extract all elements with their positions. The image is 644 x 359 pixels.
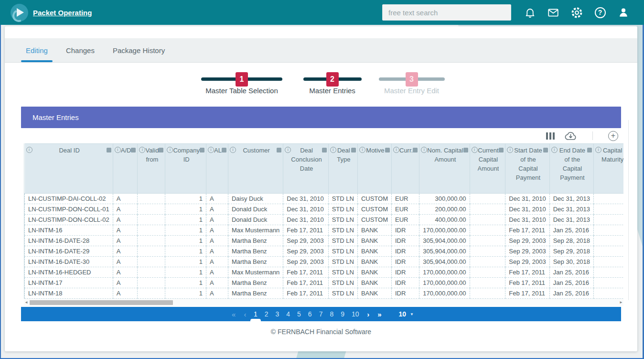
user-icon[interactable] (616, 5, 631, 20)
table-row[interactable]: LN-INTM-16-HEDGEDA1AMax MustermannFeb 17… (25, 267, 624, 278)
column-header-company-id[interactable]: iCompany ID (165, 144, 206, 194)
page-button-8[interactable]: 8 (327, 307, 336, 321)
info-icon[interactable]: i (359, 147, 365, 153)
cell: LN-CUSTIMP-DON-COLL-02 (25, 215, 113, 225)
cell: Dec 31, 2010 (505, 204, 549, 215)
step-1[interactable]: 1Master Table Selection (191, 71, 293, 95)
info-icon[interactable]: i (230, 147, 236, 153)
gear-icon[interactable] (569, 5, 584, 20)
cell: A (206, 215, 228, 225)
step-2[interactable]: 2Master Entries (296, 71, 369, 95)
info-icon[interactable]: i (139, 147, 145, 153)
bell-icon[interactable] (523, 5, 537, 20)
info-icon[interactable]: i (421, 147, 427, 153)
table-row[interactable]: LN-INTM-18A1AMartha BenzFeb 17, 2011STD … (25, 288, 624, 299)
filter-icon[interactable] (107, 148, 111, 152)
filter-icon[interactable] (499, 148, 504, 152)
filter-icon[interactable] (413, 148, 418, 152)
info-icon[interactable]: i (167, 147, 173, 153)
info-icon[interactable]: i (551, 147, 558, 153)
filter-icon[interactable] (222, 148, 226, 152)
column-header-deal-conclusion-date[interactable]: iDeal Conclusion Date (283, 144, 328, 194)
filter-icon[interactable] (159, 148, 163, 152)
filter-icon[interactable] (322, 148, 327, 152)
table-row[interactable]: LN-CUSTIMP-DON-COLL-01A1ADonald DuckDec … (25, 204, 624, 215)
column-header-nom-capital-amount[interactable]: iNom. Capital Amount (419, 144, 470, 194)
page-button-3[interactable]: 3 (273, 307, 282, 321)
tab-editing[interactable]: Editing (26, 38, 48, 62)
page-size-select[interactable]: 10▼ (398, 310, 414, 318)
table-row[interactable]: LN-INTM-17A1AMartha BenzFeb 17, 2011STD … (25, 278, 624, 288)
info-icon[interactable]: i (472, 147, 478, 153)
step-3[interactable]: 3Master Entry Edit (372, 71, 452, 95)
app-title-link[interactable]: Packet Operating (33, 9, 92, 17)
tab-changes[interactable]: Changes (66, 38, 95, 62)
page-button-2[interactable]: 2 (262, 307, 271, 321)
page-button-1[interactable]: 1 (251, 307, 260, 321)
scrollbar-thumb[interactable] (30, 300, 173, 305)
column-header-al[interactable]: iAL (206, 144, 228, 194)
column-header-curr[interactable]: iCurr. (392, 144, 419, 194)
help-icon[interactable]: ? (593, 5, 607, 20)
scroll-right-arrow-icon[interactable]: ► (619, 299, 623, 306)
info-icon[interactable]: i (115, 147, 121, 153)
table-row[interactable]: LN-INTM-16-DATE-28A1AMartha BenzSep 29, … (25, 236, 624, 246)
info-icon[interactable]: i (393, 147, 399, 153)
table-row[interactable]: LN-INTM-16-DATE-30A1AMartha BenzSep 29, … (25, 257, 624, 267)
first-page-button[interactable]: « (228, 310, 238, 318)
table-row[interactable]: LN-INTM-16A1AMax MustermannFeb 17, 2011S… (25, 225, 624, 236)
columns-icon[interactable] (546, 132, 555, 140)
info-icon[interactable]: i (595, 147, 601, 153)
cell: 170,000,000.00 (419, 267, 470, 278)
column-header-deal-type[interactable]: iDeal Type (328, 144, 357, 194)
column-header-start-date-of-the-capital-payment[interactable]: iStart Date of the Capital Payment (505, 144, 549, 194)
info-icon[interactable]: i (208, 147, 214, 153)
tab-package-history[interactable]: Package History (113, 38, 165, 62)
filter-icon[interactable] (587, 148, 592, 152)
add-icon[interactable]: + (608, 131, 618, 141)
filter-icon[interactable] (385, 148, 390, 152)
page-button-10[interactable]: 10 (349, 307, 362, 321)
filter-icon[interactable] (277, 148, 281, 152)
column-header-customer[interactable]: iCustomer (228, 144, 283, 194)
info-icon[interactable]: i (26, 147, 32, 153)
next-page-button[interactable]: › (364, 310, 372, 318)
horizontal-scrollbar[interactable]: ◄ ► (24, 299, 623, 306)
column-header-current-capital-amount[interactable]: iCurrent Capital Amount (470, 144, 505, 194)
column-header-a-d[interactable]: iA/D (113, 144, 138, 194)
cell: Sep 29, 2018 (549, 246, 593, 257)
table-row[interactable]: LN-CUSTIMP-DAI-COLL-02A1ADaisy DuckDec 3… (25, 194, 624, 204)
mail-icon[interactable] (546, 5, 560, 20)
column-header-capital-maturity[interactable]: iCapital Maturity (594, 144, 623, 194)
column-header-valid-from[interactable]: iValid from (138, 144, 165, 194)
cell: STD LN (328, 204, 357, 215)
page-button-9[interactable]: 9 (338, 307, 347, 321)
column-header-deal-id[interactable]: iDeal ID (25, 144, 113, 194)
table-row[interactable]: LN-INTM-16-DATE-29A1AMartha BenzSep 29, … (25, 246, 624, 257)
cell: EUR (392, 204, 419, 215)
filter-icon[interactable] (351, 148, 356, 152)
page-button-6[interactable]: 6 (305, 307, 314, 321)
table-row[interactable]: LN-CUSTIMP-DON-COLL-02A1ADonald DuckDec … (25, 215, 624, 225)
page-button-7[interactable]: 7 (316, 307, 325, 321)
page-button-5[interactable]: 5 (295, 307, 304, 321)
info-icon[interactable]: i (330, 147, 336, 153)
column-header-motive[interactable]: iMotive (357, 144, 391, 194)
column-header-end-date-of-the-capital-payment[interactable]: iEnd Date of the Capital Payment (549, 144, 593, 194)
filter-icon[interactable] (200, 148, 204, 152)
search-input[interactable] (382, 4, 511, 21)
app-logo-icon[interactable] (11, 4, 28, 22)
scroll-left-arrow-icon[interactable]: ◄ (24, 299, 29, 306)
last-page-button[interactable]: » (374, 310, 384, 318)
question-mark: ? (595, 7, 606, 18)
filter-icon[interactable] (131, 148, 136, 152)
filter-icon[interactable] (543, 148, 548, 152)
cloud-download-icon[interactable] (564, 130, 577, 141)
wizard-stepper: 1Master Table Selection2Master Entries3M… (5, 71, 637, 100)
info-icon[interactable]: i (507, 147, 513, 153)
cell: STD LN (328, 236, 357, 246)
page-button-4[interactable]: 4 (284, 307, 293, 321)
filter-icon[interactable] (463, 148, 468, 152)
previous-page-button[interactable]: ‹ (240, 310, 249, 318)
info-icon[interactable]: i (285, 147, 291, 153)
